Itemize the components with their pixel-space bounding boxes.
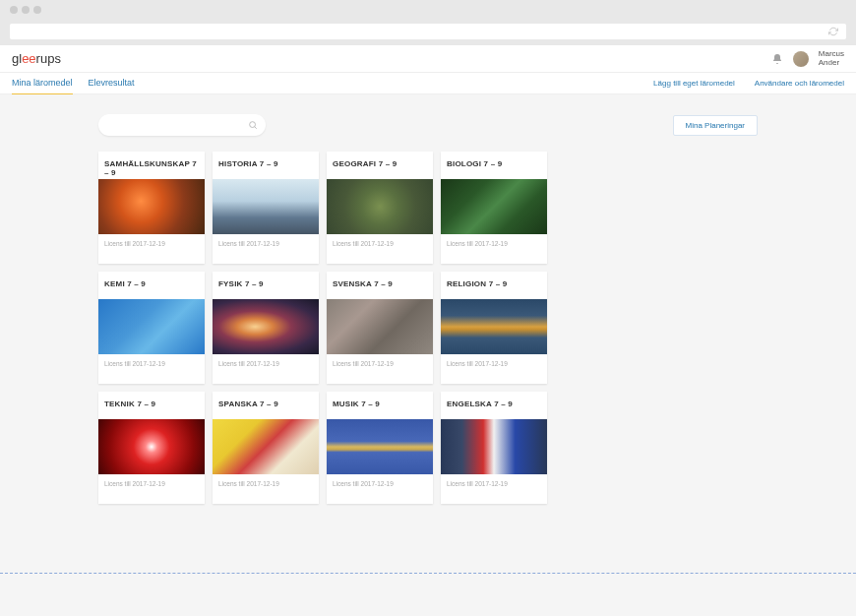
card-title: BIOLOGI 7 – 9 bbox=[441, 152, 547, 179]
logo-part1: gl bbox=[12, 51, 22, 66]
card-license: Licens till 2017-12-19 bbox=[333, 240, 427, 247]
nav-tab-1[interactable]: Elevresultat bbox=[89, 72, 135, 95]
card-title: ENGELSKA 7 – 9 bbox=[441, 392, 547, 419]
card-footer: Licens till 2017-12-19 bbox=[98, 234, 205, 264]
bell-icon[interactable] bbox=[771, 53, 783, 65]
card-license: Licens till 2017-12-19 bbox=[447, 360, 541, 367]
nav-tabs: Mina läromedelElevresultat bbox=[12, 72, 135, 95]
card-license: Licens till 2017-12-19 bbox=[104, 480, 199, 487]
card-footer: Licens till 2017-12-19 bbox=[213, 354, 319, 384]
course-card[interactable]: SPANSKA 7 – 9Licens till 2017-12-19 bbox=[213, 392, 319, 504]
url-bar-row bbox=[0, 20, 856, 45]
header-right: Marcus Ander bbox=[771, 50, 844, 68]
nav-tab-0[interactable]: Mina läromedel bbox=[12, 72, 73, 95]
card-footer: Licens till 2017-12-19 bbox=[98, 354, 205, 384]
card-image bbox=[327, 179, 433, 234]
nav-link-1[interactable]: Användare och läromedel bbox=[755, 79, 844, 88]
card-license: Licens till 2017-12-19 bbox=[333, 360, 427, 367]
card-title: RELIGION 7 – 9 bbox=[441, 272, 547, 299]
card-image bbox=[213, 179, 319, 234]
card-title: HISTORIA 7 – 9 bbox=[213, 152, 319, 179]
card-image bbox=[327, 419, 433, 474]
card-image bbox=[441, 299, 547, 354]
plan-button[interactable]: Mina Planeringar bbox=[673, 115, 758, 136]
card-title: SPANSKA 7 – 9 bbox=[213, 392, 319, 419]
course-card[interactable]: SAMHÄLLSKUNSKAP 7 – 9Licens till 2017-12… bbox=[98, 152, 205, 264]
nav-link-0[interactable]: Lägg till eget läromedel bbox=[653, 79, 735, 88]
window-chrome bbox=[0, 0, 856, 20]
card-license: Licens till 2017-12-19 bbox=[333, 480, 427, 487]
course-card[interactable]: RELIGION 7 – 9Licens till 2017-12-19 bbox=[441, 272, 547, 384]
card-title: TEKNIK 7 – 9 bbox=[98, 392, 205, 419]
card-title: KEMI 7 – 9 bbox=[98, 272, 205, 299]
card-image bbox=[213, 419, 319, 474]
svg-point-0 bbox=[250, 122, 256, 128]
card-title: FYSIK 7 – 9 bbox=[213, 272, 319, 299]
card-image bbox=[98, 419, 205, 474]
card-footer: Licens till 2017-12-19 bbox=[213, 474, 319, 504]
card-image bbox=[327, 299, 433, 354]
card-license: Licens till 2017-12-19 bbox=[218, 360, 313, 367]
card-footer: Licens till 2017-12-19 bbox=[441, 234, 547, 264]
card-title: GEOGRAFI 7 – 9 bbox=[327, 152, 433, 179]
course-card[interactable]: SVENSKA 7 – 9Licens till 2017-12-19 bbox=[327, 272, 433, 384]
card-title: SAMHÄLLSKUNSKAP 7 – 9 bbox=[98, 152, 205, 179]
search-icon[interactable] bbox=[248, 120, 258, 130]
window-maximize-dot[interactable] bbox=[33, 6, 41, 14]
logo-accent: ee bbox=[22, 51, 35, 66]
content: Mina Planeringar SAMHÄLLSKUNSKAP 7 – 9Li… bbox=[0, 94, 856, 524]
nav-links: Lägg till eget läromedelAnvändare och lä… bbox=[653, 79, 844, 88]
reload-icon[interactable] bbox=[828, 27, 838, 36]
course-card[interactable]: MUSIK 7 – 9Licens till 2017-12-19 bbox=[327, 392, 433, 504]
course-card[interactable]: TEKNIK 7 – 9Licens till 2017-12-19 bbox=[98, 392, 205, 504]
card-footer: Licens till 2017-12-19 bbox=[213, 234, 319, 264]
logo[interactable]: gleerups bbox=[12, 51, 61, 66]
window-close-dot[interactable] bbox=[10, 6, 18, 14]
app-header: gleerups Marcus Ander bbox=[0, 45, 856, 73]
card-license: Licens till 2017-12-19 bbox=[218, 480, 313, 487]
course-card[interactable]: FYSIK 7 – 9Licens till 2017-12-19 bbox=[213, 272, 319, 384]
user-last: Ander bbox=[819, 59, 844, 68]
logo-part2: rups bbox=[36, 51, 61, 66]
window-minimize-dot[interactable] bbox=[22, 6, 30, 14]
card-image bbox=[213, 299, 319, 354]
card-grid: SAMHÄLLSKUNSKAP 7 – 9Licens till 2017-12… bbox=[98, 152, 758, 504]
card-title: MUSIK 7 – 9 bbox=[327, 392, 433, 419]
card-license: Licens till 2017-12-19 bbox=[447, 480, 541, 487]
search-input[interactable] bbox=[98, 114, 266, 136]
top-row: Mina Planeringar bbox=[98, 114, 758, 136]
search-wrap bbox=[98, 114, 266, 136]
card-image bbox=[98, 179, 205, 234]
card-footer: Licens till 2017-12-19 bbox=[441, 474, 547, 504]
dashed-guide-line bbox=[0, 573, 856, 574]
card-image bbox=[441, 419, 547, 474]
card-footer: Licens till 2017-12-19 bbox=[327, 234, 433, 264]
card-image bbox=[98, 299, 205, 354]
card-footer: Licens till 2017-12-19 bbox=[327, 354, 433, 384]
card-license: Licens till 2017-12-19 bbox=[104, 360, 199, 367]
card-footer: Licens till 2017-12-19 bbox=[327, 474, 433, 504]
course-card[interactable]: GEOGRAFI 7 – 9Licens till 2017-12-19 bbox=[327, 152, 433, 264]
course-card[interactable]: HISTORIA 7 – 9Licens till 2017-12-19 bbox=[213, 152, 319, 264]
course-card[interactable]: ENGELSKA 7 – 9Licens till 2017-12-19 bbox=[441, 392, 547, 504]
nav-row: Mina läromedelElevresultat Lägg till ege… bbox=[0, 73, 856, 94]
course-card[interactable]: KEMI 7 – 9Licens till 2017-12-19 bbox=[98, 272, 205, 384]
url-bar[interactable] bbox=[10, 24, 846, 39]
user-name[interactable]: Marcus Ander bbox=[819, 50, 844, 68]
card-image bbox=[441, 179, 547, 234]
card-license: Licens till 2017-12-19 bbox=[104, 240, 199, 247]
card-footer: Licens till 2017-12-19 bbox=[441, 354, 547, 384]
avatar[interactable] bbox=[793, 51, 809, 67]
card-license: Licens till 2017-12-19 bbox=[218, 240, 313, 247]
card-title: SVENSKA 7 – 9 bbox=[327, 272, 433, 299]
course-card[interactable]: BIOLOGI 7 – 9Licens till 2017-12-19 bbox=[441, 152, 547, 264]
card-license: Licens till 2017-12-19 bbox=[447, 240, 541, 247]
card-footer: Licens till 2017-12-19 bbox=[98, 474, 205, 504]
